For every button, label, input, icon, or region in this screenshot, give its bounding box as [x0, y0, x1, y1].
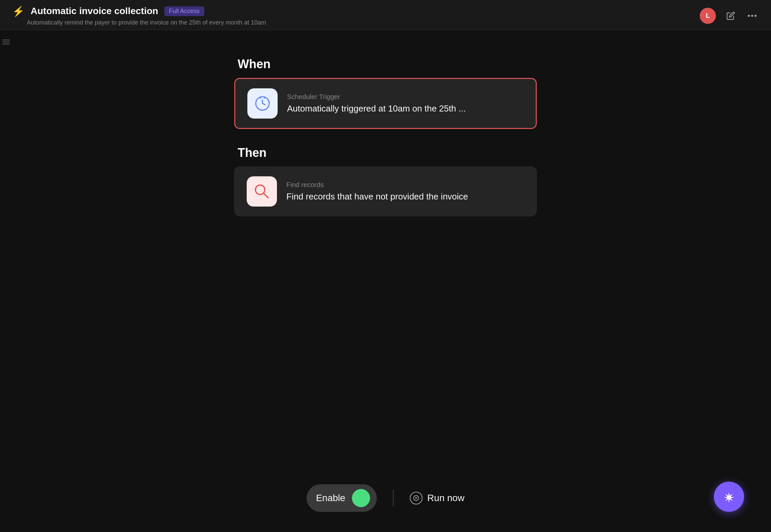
access-badge: Full Access	[164, 6, 204, 16]
header: ⚡ Automatic invoice collection Full Acce…	[0, 0, 771, 30]
scheduler-card-label: Scheduler Trigger	[287, 93, 466, 101]
main-content: When Scheduler Trigger Autom	[0, 30, 771, 532]
page-title: Automatic invoice collection	[31, 6, 158, 16]
svg-point-1	[751, 15, 753, 17]
enable-label: Enable	[316, 493, 345, 503]
run-icon	[410, 492, 422, 504]
scheduler-trigger-card[interactable]: Scheduler Trigger Automatically triggere…	[234, 78, 537, 129]
scheduler-icon	[253, 94, 272, 113]
find-records-card-description: Find records that have not provided the …	[286, 191, 468, 202]
find-records-icon	[253, 182, 271, 201]
run-now-label: Run now	[427, 493, 464, 503]
fab-icon	[723, 490, 735, 503]
find-records-card-text: Find records Find records that have not …	[286, 181, 468, 202]
enable-toggle[interactable]: Enable	[307, 484, 377, 512]
sidebar-toggle[interactable]	[0, 30, 12, 54]
then-label: Then	[234, 146, 537, 160]
toggle-circle	[352, 489, 370, 507]
scheduler-card-description: Automatically triggered at 10am on the 2…	[287, 103, 466, 114]
then-section: Then Find records Find records that have…	[234, 146, 537, 216]
bottom-bar: Enable Run now	[307, 484, 464, 512]
run-now-button[interactable]: Run now	[410, 492, 464, 504]
workflow-container: When Scheduler Trigger Autom	[234, 57, 537, 216]
divider	[393, 490, 394, 506]
scheduler-icon-wrapper	[247, 88, 278, 119]
lightning-icon: ⚡	[12, 5, 25, 17]
fab-button[interactable]	[714, 482, 744, 512]
find-records-icon-wrapper	[247, 176, 277, 207]
avatar[interactable]: L	[700, 8, 716, 24]
header-right: L	[700, 8, 759, 24]
svg-point-0	[748, 15, 750, 17]
find-records-card-label: Find records	[286, 181, 468, 189]
when-section: When Scheduler Trigger Autom	[234, 57, 537, 129]
svg-line-10	[263, 193, 268, 198]
header-subtitle: Automatically remind the payer to provid…	[27, 19, 266, 26]
header-left: ⚡ Automatic invoice collection Full Acce…	[12, 5, 266, 26]
more-options-button[interactable]	[745, 9, 759, 23]
scheduler-card-text: Scheduler Trigger Automatically triggere…	[287, 93, 466, 114]
edit-button[interactable]	[724, 9, 737, 23]
svg-marker-12	[415, 497, 417, 499]
header-title-row: ⚡ Automatic invoice collection Full Acce…	[12, 5, 266, 17]
find-records-card[interactable]: Find records Find records that have not …	[234, 167, 537, 216]
when-label: When	[234, 57, 537, 71]
svg-point-2	[755, 15, 757, 17]
